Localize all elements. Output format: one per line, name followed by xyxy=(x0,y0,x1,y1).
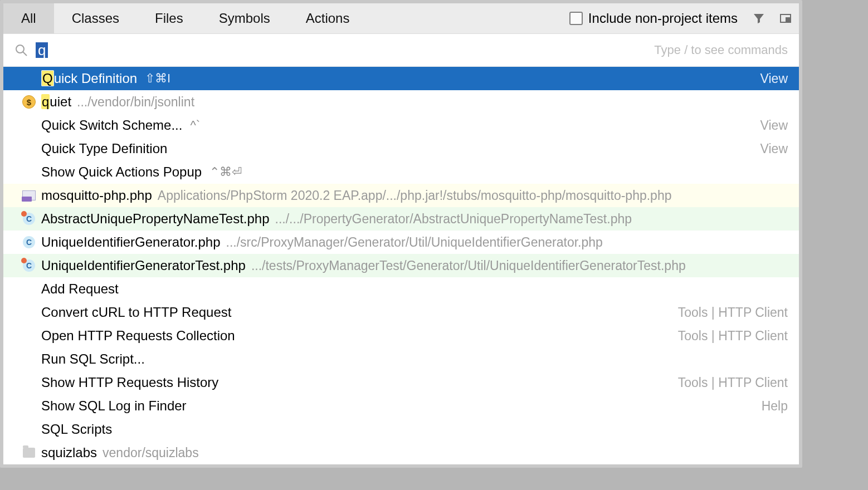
include-non-project-label: Include non-project items xyxy=(588,11,738,26)
no-icon xyxy=(22,329,36,342)
shortcut-label: ⇧⌘I xyxy=(145,71,170,86)
result-row[interactable]: Quick Switch Scheme...^`View xyxy=(3,114,799,137)
no-icon xyxy=(22,399,36,413)
match-highlight: q xyxy=(41,94,50,109)
result-location: View xyxy=(760,71,788,86)
no-icon xyxy=(22,423,36,436)
no-icon xyxy=(22,142,36,155)
result-label: Quick Type Definition xyxy=(41,141,167,156)
class-icon: C xyxy=(22,236,36,249)
tab-classes[interactable]: Classes xyxy=(54,3,137,33)
svg-point-2 xyxy=(16,45,24,53)
no-icon xyxy=(22,282,36,296)
tab-files[interactable]: Files xyxy=(137,3,201,33)
tab-symbols[interactable]: Symbols xyxy=(201,3,288,33)
search-icon xyxy=(14,43,28,57)
result-label: Quick Switch Scheme... xyxy=(41,117,182,133)
search-row: q Type / to see commands xyxy=(3,34,799,67)
result-row[interactable]: mosquitto-php.php Applications/PhpStorm … xyxy=(3,184,799,207)
no-icon xyxy=(22,165,36,179)
php-file-icon xyxy=(22,189,36,202)
svg-line-3 xyxy=(23,52,27,56)
result-row[interactable]: Open HTTP Requests CollectionTools | HTT… xyxy=(3,324,799,347)
result-location: Tools | HTTP Client xyxy=(678,305,788,320)
results-list: Quick Definition⇧⌘IView$quiet .../vendor… xyxy=(3,67,799,464)
result-row[interactable]: CAbstractUniquePropertyNameTest.php .../… xyxy=(3,207,799,231)
result-label: quiet xyxy=(41,94,71,110)
result-row[interactable]: Show Quick Actions Popup⌃⌘⏎ xyxy=(3,160,799,184)
result-path: .../src/ProxyManager/Generator/Util/Uniq… xyxy=(226,235,603,250)
result-location: Tools | HTTP Client xyxy=(678,375,788,390)
tab-all[interactable]: All xyxy=(3,3,54,33)
match-highlight: Q xyxy=(41,70,54,86)
result-row[interactable]: Quick Definition⇧⌘IView xyxy=(3,67,799,90)
result-location: Help xyxy=(762,399,788,414)
result-label: squizlabs xyxy=(41,445,97,460)
result-row[interactable]: Convert cURL to HTTP RequestTools | HTTP… xyxy=(3,301,799,324)
result-label: Run SQL Script... xyxy=(41,351,145,367)
result-row[interactable]: $quiet .../vendor/bin/jsonlint xyxy=(3,90,799,114)
checkbox-icon xyxy=(569,12,583,25)
result-row[interactable]: squizlabs vendor/squizlabs xyxy=(3,441,799,464)
search-hint: Type / to see commands xyxy=(654,43,788,57)
result-path: .../.../PropertyGenerator/AbstractUnique… xyxy=(275,212,632,227)
result-row[interactable]: Quick Type DefinitionView xyxy=(3,137,799,160)
result-row[interactable]: Show HTTP Requests HistoryTools | HTTP C… xyxy=(3,371,799,394)
scope-tabs: All Classes Files Symbols Actions Includ… xyxy=(3,3,799,34)
search-everywhere-popup: All Classes Files Symbols Actions Includ… xyxy=(0,0,802,468)
search-input[interactable]: q xyxy=(36,42,48,58)
include-non-project-toggle[interactable]: Include non-project items xyxy=(569,11,745,26)
result-label: Open HTTP Requests Collection xyxy=(41,328,235,344)
result-row[interactable]: SQL Scripts xyxy=(3,418,799,441)
result-label: mosquitto-php.php xyxy=(41,188,152,203)
tab-actions[interactable]: Actions xyxy=(288,3,368,33)
result-path: vendor/squizlabs xyxy=(103,445,199,460)
no-icon xyxy=(22,72,36,85)
no-icon xyxy=(22,119,36,132)
result-label: SQL Scripts xyxy=(41,422,112,437)
result-row[interactable]: Show SQL Log in FinderHelp xyxy=(3,394,799,418)
result-label: Show SQL Log in Finder xyxy=(41,398,187,414)
svg-rect-1 xyxy=(786,18,791,22)
no-icon xyxy=(22,306,36,319)
result-location: View xyxy=(760,141,788,156)
result-path: .../tests/ProxyManagerTest/Generator/Uti… xyxy=(251,258,686,273)
dollar-icon: $ xyxy=(22,95,36,109)
shortcut-label: ⌃⌘⏎ xyxy=(209,165,242,179)
result-path: Applications/PhpStorm 2020.2 EAP.app/...… xyxy=(158,188,672,203)
result-row[interactable]: CUniqueIdentifierGenerator.php .../src/P… xyxy=(3,231,799,254)
result-label: Show Quick Actions Popup xyxy=(41,164,202,180)
result-label: Add Request xyxy=(41,281,119,297)
test-class-icon: C xyxy=(22,259,36,272)
filter-icon[interactable] xyxy=(745,12,772,25)
result-location: Tools | HTTP Client xyxy=(678,329,788,344)
result-label: UniqueIdentifierGenerator.php xyxy=(41,234,221,250)
result-label: Quick Definition xyxy=(41,71,137,86)
pin-window-icon[interactable] xyxy=(772,12,799,25)
result-row[interactable]: CUniqueIdentifierGeneratorTest.php .../t… xyxy=(3,254,799,277)
no-icon xyxy=(22,352,36,366)
result-label: AbstractUniquePropertyNameTest.php xyxy=(41,211,270,227)
test-class-icon: C xyxy=(22,212,36,226)
result-path: .../vendor/bin/jsonlint xyxy=(77,95,194,110)
result-location: View xyxy=(760,118,788,133)
result-label: UniqueIdentifierGeneratorTest.php xyxy=(41,258,246,273)
result-label: Show HTTP Requests History xyxy=(41,375,218,390)
result-label: Convert cURL to HTTP Request xyxy=(41,305,231,320)
folder-icon xyxy=(22,446,36,459)
result-row[interactable]: Add Request xyxy=(3,277,799,301)
no-icon xyxy=(22,376,36,389)
result-row[interactable]: Run SQL Script... xyxy=(3,347,799,371)
shortcut-label: ^` xyxy=(190,118,200,133)
